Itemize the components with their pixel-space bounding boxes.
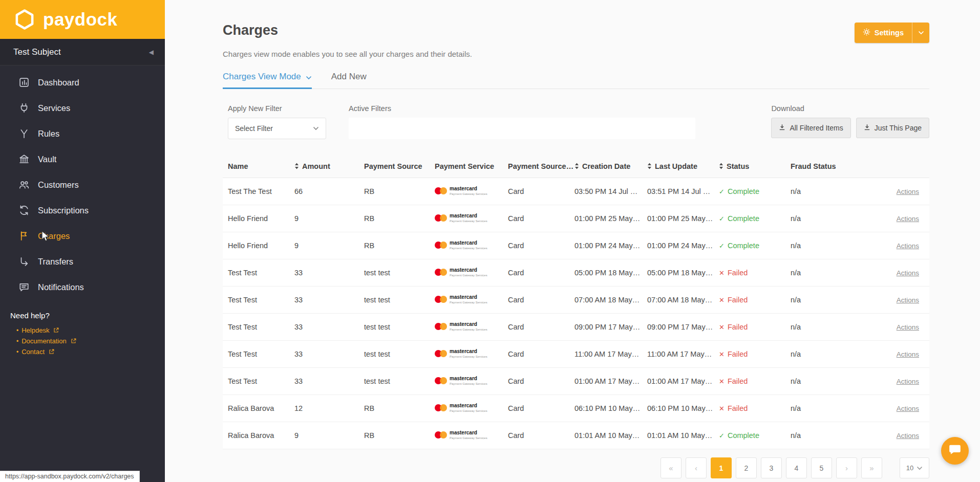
services-icon (18, 102, 30, 114)
cell-amount: 9 (294, 214, 364, 223)
sidebar-item-subscriptions[interactable]: Subscriptions (0, 198, 165, 223)
actions-link[interactable]: Actions (897, 350, 919, 358)
cell-status: ✕Failed (719, 323, 791, 332)
actions-link[interactable]: Actions (897, 378, 919, 385)
cross-icon: ✕ (719, 378, 725, 385)
settings-button[interactable]: Settings (855, 23, 929, 43)
cell-amount: 33 (294, 296, 364, 304)
mastercard-logo: mastercardPayment Gateway Services (435, 349, 487, 358)
page-1-button[interactable]: 1 (711, 457, 732, 478)
cell-payment-source-type: Card (508, 377, 574, 385)
actions-link[interactable]: Actions (897, 188, 919, 195)
column-header-creation-date[interactable]: Creation Date (574, 162, 647, 170)
help-link-documentation[interactable]: •Documentation (10, 336, 165, 346)
page-subtitle: Charges view mode enables you to see all… (223, 50, 929, 58)
actions-link[interactable]: Actions (897, 269, 919, 277)
page-next-button[interactable]: › (836, 457, 857, 478)
cell-last-update: 11:00 AM 17 May… (647, 350, 719, 358)
actions-link[interactable]: Actions (897, 432, 919, 440)
page-4-button[interactable]: 4 (786, 457, 807, 478)
sidebar-item-vault[interactable]: Vault (0, 146, 165, 172)
sidebar-item-charges[interactable]: Charges (0, 223, 165, 249)
page-2-button[interactable]: 2 (736, 457, 757, 478)
actions-link[interactable]: Actions (897, 242, 919, 250)
cell-actions: Actions (873, 188, 929, 195)
actions-link[interactable]: Actions (897, 323, 919, 331)
logo-text: paydock (43, 9, 118, 30)
active-filters-label: Active Filters (349, 104, 695, 113)
sidebar-item-transfers[interactable]: Transfers (0, 249, 165, 274)
status-label: Complete (728, 214, 759, 223)
chat-launcher-button[interactable] (941, 437, 969, 465)
cell-amount: 33 (294, 377, 364, 385)
cell-last-update: 01:00 AM 17 May… (647, 377, 719, 385)
cell-creation-date: 01:00 AM 17 May… (574, 377, 647, 385)
page-size-value: 10 (906, 464, 913, 472)
sidebar-item-dashboard[interactable]: Dashboard (0, 70, 165, 95)
column-header-last-update[interactable]: Last Update (647, 162, 719, 170)
help-link-contact[interactable]: •Contact (10, 346, 165, 357)
actions-link[interactable]: Actions (897, 296, 919, 304)
service-subtext: Payment Gateway Services (450, 192, 487, 195)
cell-creation-date: 01:00 PM 24 May… (574, 242, 647, 250)
cell-name: Test Test (223, 296, 294, 304)
status-label: Complete (728, 431, 759, 440)
mastercard-circles-icon (435, 349, 447, 358)
cell-status: ✕Failed (719, 377, 791, 386)
page-last-button[interactable]: » (861, 457, 882, 478)
settings-dropdown-toggle[interactable] (912, 23, 929, 43)
collapse-sidebar-icon[interactable]: ◀ (149, 49, 154, 56)
sidebar-item-services[interactable]: Services (0, 95, 165, 121)
tab-charges-view-mode[interactable]: Charges View Mode (223, 72, 312, 89)
column-header-status[interactable]: Status (719, 162, 791, 170)
tabs: Charges View ModeAdd New (223, 72, 929, 89)
status-label: Complete (728, 187, 759, 195)
page-5-button[interactable]: 5 (811, 457, 832, 478)
cell-payment-service: mastercardPayment Gateway Services (435, 186, 508, 196)
help-section: Need help? •Helpdesk•Documentation•Conta… (0, 311, 165, 357)
chat-icon (948, 443, 962, 458)
tab-add-new[interactable]: Add New (331, 72, 367, 89)
sidebar-item-notifications[interactable]: Notifications (0, 274, 165, 300)
sidebar-item-customers[interactable]: Customers (0, 172, 165, 198)
download-this-page-button[interactable]: Just This Page (856, 118, 929, 138)
page-first-button[interactable]: « (661, 457, 681, 478)
charges-table: NameAmountPayment SourcePayment ServiceP… (223, 155, 929, 449)
table-row: Test Test33test testmastercardPayment Ga… (223, 341, 929, 368)
cell-actions: Actions (873, 350, 929, 358)
cell-payment-service: mastercardPayment Gateway Services (435, 268, 508, 278)
page-prev-button[interactable]: ‹ (686, 457, 707, 478)
cell-name: Ralica Barova (223, 404, 294, 412)
notifications-icon (18, 281, 30, 293)
service-subtext: Payment Gateway Services (450, 409, 487, 412)
active-filters-box[interactable] (349, 118, 695, 139)
status-label: Failed (728, 269, 748, 277)
cell-name: Hello Friend (223, 242, 294, 250)
page-size-select[interactable]: 10 (900, 457, 929, 478)
sidebar-item-rules[interactable]: Rules (0, 121, 165, 146)
filter-select[interactable]: Select Filter (228, 118, 326, 139)
customers-icon (18, 179, 30, 190)
cell-amount: 12 (294, 404, 364, 412)
settings-label: Settings (875, 29, 904, 37)
actions-link[interactable]: Actions (897, 405, 919, 412)
service-brand: mastercard (450, 349, 487, 354)
download-all-filtered-button[interactable]: All Filtered Items (771, 118, 850, 138)
tab-label: Charges View Mode (223, 72, 301, 82)
service-subtext: Payment Gateway Services (450, 274, 487, 277)
cell-status: ✕Failed (719, 404, 791, 413)
column-header-amount[interactable]: Amount (294, 162, 364, 170)
actions-link[interactable]: Actions (897, 215, 919, 223)
workspace-row[interactable]: Test Subject ◀ (0, 39, 165, 65)
help-link-helpdesk[interactable]: •Helpdesk (10, 325, 165, 336)
cell-amount: 33 (294, 323, 364, 331)
logo[interactable]: paydock (0, 0, 165, 39)
sort-icon (647, 163, 652, 169)
table-row: Test Test33test testmastercardPayment Ga… (223, 287, 929, 314)
cell-payment-source-type: Card (508, 187, 574, 195)
page-3-button[interactable]: 3 (761, 457, 782, 478)
column-header-name: Name (223, 162, 294, 170)
mastercard-circles-icon (435, 377, 447, 385)
cell-payment-source-type: Card (508, 431, 574, 440)
cell-last-update: 07:00 AM 18 May… (647, 296, 719, 304)
